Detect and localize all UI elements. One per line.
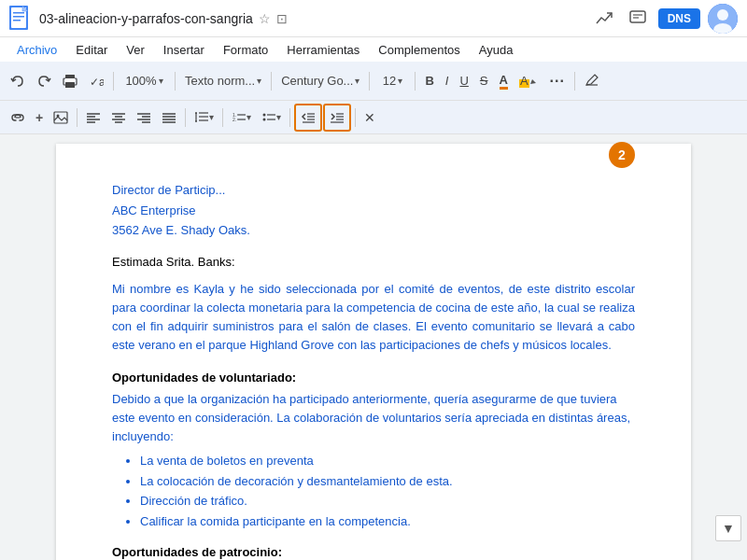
redo-button[interactable] — [32, 67, 56, 95]
text-color-button[interactable]: A — [495, 67, 513, 95]
menu-ver[interactable]: Ver — [119, 41, 152, 59]
spellcheck-button[interactable]: ✓a — [84, 67, 108, 95]
highlight-button[interactable]: A — [514, 67, 543, 95]
decrease-indent-button[interactable] — [294, 104, 322, 132]
align-center-button[interactable] — [106, 104, 131, 132]
section2-title: Oportunidades de patrocinio: — [112, 543, 635, 560]
zoom-chevron: ▾ — [159, 76, 163, 86]
svg-rect-4 — [13, 20, 21, 21]
font-size-dropdown[interactable]: 12 ▾ — [374, 67, 410, 95]
share-button[interactable]: DNS — [658, 8, 700, 29]
bullet-item-4: Calificar la comida participante en la c… — [140, 512, 635, 531]
document-title: 03-alineacion-y-parrafos-con-sangria ☆ ⊡ — [39, 11, 591, 26]
document-area: 2 Director de Particip... ABC Enterprise… — [0, 134, 747, 560]
zoom-value: 100% — [125, 74, 156, 88]
title-bar-right: DNS — [591, 4, 738, 34]
svg-point-47 — [263, 118, 266, 120]
svg-text:✓a: ✓a — [90, 76, 104, 89]
line-spacing-button[interactable]: ▾ — [190, 104, 218, 132]
format-separator-3 — [222, 108, 223, 127]
header-line2: ABC Enterprise — [112, 202, 635, 220]
svg-point-11 — [717, 9, 728, 21]
style-chevron: ▾ — [257, 76, 261, 86]
bold-button[interactable]: B — [420, 67, 438, 95]
svg-rect-2 — [13, 12, 24, 14]
paragraph-1: Mi nombre es Kayla y he sido seleccionad… — [112, 280, 635, 356]
section2-container: 1 Oportunidades de patrocinio: Como uste… — [112, 543, 635, 560]
header-line1: Director de Particip... — [112, 181, 635, 200]
justify-button[interactable] — [157, 104, 181, 132]
font-dropdown[interactable]: Century Go... ▾ — [276, 67, 364, 95]
user-avatar[interactable] — [708, 4, 738, 34]
callout-badge-2: 2 — [609, 142, 635, 168]
folder-icon[interactable]: ⊡ — [276, 11, 288, 26]
header-line3: 3562 Ave E. Shady Oaks. — [112, 221, 635, 240]
highlight-A: A — [519, 74, 529, 88]
doc-icon — [9, 6, 32, 32]
svg-rect-3 — [13, 16, 24, 18]
line-spacing-chevron: ▾ — [209, 112, 214, 122]
bullet-list: La venta de boletos en preventa La coloc… — [112, 452, 635, 530]
menu-formato[interactable]: Formato — [216, 41, 275, 59]
undo-button[interactable] — [6, 67, 30, 95]
print-button[interactable] — [58, 67, 82, 95]
toolbar-separator-5 — [415, 72, 416, 91]
section1-body: Debido a que la organización ha particip… — [112, 390, 635, 446]
font-size-value: 12 — [383, 74, 396, 88]
more-options-button[interactable]: ··· — [545, 67, 570, 95]
formatting-toolbar: + ▾ 1.2. ▾ ▾ ✕ — [0, 101, 747, 134]
main-toolbar: ✓a 100% ▾ Texto norm... ▾ Century Go... … — [0, 62, 747, 101]
comments-icon[interactable] — [625, 6, 651, 32]
menu-herramientas[interactable]: Herramientas — [279, 41, 367, 59]
link-button[interactable] — [6, 104, 30, 132]
style-dropdown[interactable]: Texto norm... ▾ — [180, 67, 266, 95]
strikethrough-button[interactable]: S — [475, 67, 493, 95]
svg-rect-16 — [65, 78, 75, 82]
toolbar-separator-1 — [113, 72, 114, 91]
italic-button[interactable]: I — [441, 67, 454, 95]
zoom-dropdown[interactable]: 100% ▾ — [119, 67, 170, 95]
style-value: Texto norm... — [185, 74, 255, 88]
format-separator-5 — [355, 108, 356, 127]
menu-ayuda[interactable]: Ayuda — [472, 41, 521, 59]
format-separator-2 — [185, 108, 186, 127]
star-icon[interactable]: ☆ — [259, 11, 271, 26]
para1-text: Mi nombre es Kayla y he sido seleccionad… — [112, 282, 635, 352]
bulleted-list-button[interactable]: ▾ — [257, 104, 286, 132]
document-page: Director de Particip... ABC Enterprise 3… — [56, 144, 691, 560]
bullet-item-1: La venta de boletos en preventa — [140, 452, 635, 470]
svg-text:2.: 2. — [233, 117, 236, 122]
numbered-list-chevron: ▾ — [247, 112, 251, 122]
toolbar-separator-2 — [175, 72, 176, 91]
numbered-list-button[interactable]: 1.2. ▾ — [227, 104, 256, 132]
toolbar-separator-3 — [271, 72, 272, 91]
add-comment-button[interactable]: + — [31, 104, 48, 132]
align-left-button[interactable] — [81, 104, 106, 132]
scroll-down-button[interactable]: ▼ — [715, 515, 741, 541]
underline-button[interactable]: U — [455, 67, 472, 95]
toolbar-separator-4 — [369, 72, 370, 91]
highlight-pen-icon — [529, 77, 539, 86]
bullet-item-3: Dirección de tráfico. — [140, 492, 635, 511]
menu-complementos[interactable]: Complementos — [371, 41, 467, 59]
font-value: Century Go... — [281, 74, 353, 88]
align-right-button[interactable] — [132, 104, 156, 132]
menu-editar[interactable]: Editar — [68, 41, 115, 59]
bullet-item-2: La colocación de decoración y desmantela… — [140, 472, 635, 491]
menu-archivo[interactable]: Archivo — [9, 41, 64, 59]
svg-rect-15 — [65, 82, 75, 88]
bulleted-list-chevron: ▾ — [276, 112, 281, 122]
format-separator-4 — [289, 108, 290, 127]
edit-mode-button[interactable] — [580, 67, 604, 95]
format-separator-1 — [77, 108, 78, 127]
insert-image-button[interactable] — [49, 104, 73, 132]
menu-insertar[interactable]: Insertar — [156, 41, 212, 59]
svg-rect-7 — [630, 11, 645, 22]
increase-indent-button[interactable] — [323, 104, 351, 132]
clear-formatting-button[interactable]: ✕ — [359, 104, 380, 132]
font-size-chevron: ▾ — [398, 76, 402, 86]
title-bar: 03-alineacion-y-parrafos-con-sangria ☆ ⊡… — [0, 0, 747, 37]
svg-point-45 — [263, 113, 266, 116]
trend-icon[interactable] — [591, 6, 617, 32]
text-color-A: A — [500, 73, 508, 90]
